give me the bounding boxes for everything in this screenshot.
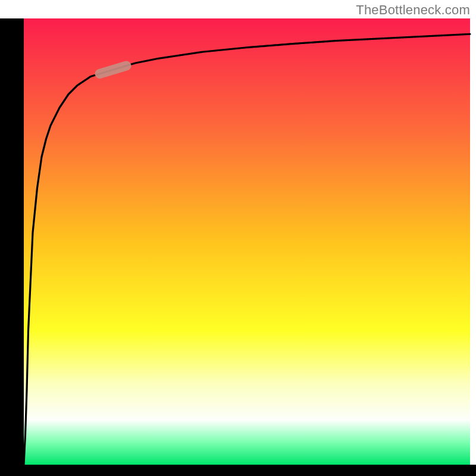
- plot-background: [24, 18, 470, 465]
- y-axis-bar: [0, 18, 24, 476]
- chart-svg: [0, 0, 476, 476]
- x-axis-bar: [0, 465, 476, 476]
- chart-container: TheBottleneck.com: [0, 0, 476, 476]
